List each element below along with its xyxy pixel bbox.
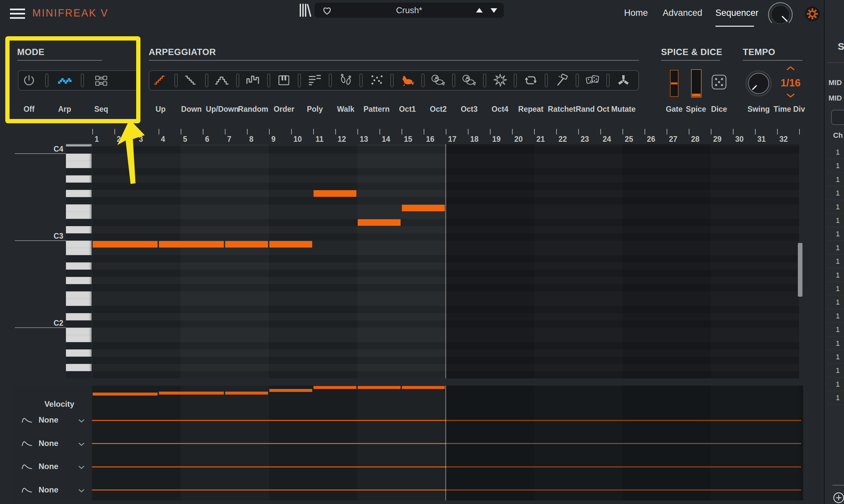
mode-button-arp[interactable] — [57, 73, 72, 88]
channel-row-value[interactable]: 1 — [836, 380, 840, 389]
mode-button-off[interactable] — [22, 73, 36, 88]
previous-preset-button[interactable] — [476, 8, 483, 13]
arp-button-repeat[interactable] — [523, 73, 538, 88]
piano-key-G#2[interactable] — [66, 270, 92, 277]
arp-button-oct1[interactable] — [400, 73, 415, 88]
piano-roll-scrollbar[interactable] — [798, 243, 803, 297]
piano-key-C3[interactable] — [66, 241, 92, 248]
note-D#3-step13[interactable] — [358, 219, 400, 226]
piano-key-E2[interactable] — [66, 299, 92, 306]
piano-key-G2[interactable] — [66, 277, 92, 284]
arp-button-pattern[interactable] — [369, 73, 384, 88]
mod-lane-select[interactable]: None — [39, 439, 58, 448]
channel-row-value[interactable]: 1 — [836, 285, 840, 293]
piano-key-B2[interactable] — [66, 248, 92, 255]
velocity-bar-step7[interactable] — [225, 392, 268, 395]
piano-key-A#1[interactable] — [66, 342, 92, 349]
note-C3-step1[interactable] — [93, 241, 158, 248]
velocity-bar-step13[interactable] — [358, 386, 400, 389]
arp-button-down[interactable] — [184, 73, 199, 88]
piano-key-F2[interactable] — [66, 291, 92, 299]
piano-key-G#1[interactable] — [66, 357, 92, 364]
tab-home[interactable]: Home — [624, 8, 648, 18]
preset-name[interactable]: Crush* — [315, 3, 504, 18]
arp-button-oct2[interactable] — [431, 73, 445, 88]
piano-key-C#2[interactable] — [66, 320, 92, 328]
spice-slider[interactable] — [691, 69, 702, 97]
arp-button-up-down[interactable] — [215, 73, 230, 88]
channel-row-value[interactable]: 1 — [836, 216, 840, 225]
arp-button-oct4[interactable] — [493, 73, 507, 88]
piano-key-D3[interactable] — [66, 226, 92, 233]
arp-button-order[interactable] — [276, 73, 291, 88]
time-div-value[interactable]: 1/16 — [777, 77, 804, 89]
piano-key-F3[interactable] — [66, 204, 92, 212]
channel-row-value[interactable]: 1 — [836, 244, 840, 252]
swing-knob[interactable] — [744, 69, 773, 100]
channel-row-value[interactable]: 1 — [836, 271, 840, 280]
channel-row-value[interactable]: 1 — [836, 230, 840, 238]
piano-key-C4[interactable] — [66, 154, 92, 161]
channel-row-value[interactable]: 1 — [836, 189, 840, 197]
channel-row-value[interactable]: 1 — [836, 162, 840, 170]
chevron-down-icon[interactable] — [78, 442, 85, 448]
piano-key-B1[interactable] — [66, 335, 92, 342]
mod-lane-select[interactable]: None — [39, 462, 58, 471]
piano-key-E3[interactable] — [66, 212, 92, 219]
velocity-bar-step15[interactable] — [402, 386, 445, 389]
arp-button-up[interactable] — [153, 73, 168, 88]
channel-row-value[interactable]: 1 — [836, 366, 840, 375]
channel-row-value[interactable]: 1 — [836, 203, 840, 211]
piano-key-G#3[interactable] — [66, 183, 92, 190]
note-G3-step11[interactable] — [313, 190, 356, 197]
piano-key-A#3[interactable] — [66, 168, 92, 175]
tab-advanced[interactable]: Advanced — [663, 8, 702, 18]
piano-key-D#2[interactable] — [66, 306, 92, 313]
arp-button-rand-oct[interactable] — [585, 73, 600, 88]
channel-row-value[interactable]: 1 — [836, 298, 840, 307]
chevron-down-icon[interactable] — [78, 465, 85, 471]
piano-key-C#3[interactable] — [66, 233, 92, 241]
piano-key-B3[interactable] — [66, 161, 92, 168]
channel-row-value[interactable]: 1 — [836, 394, 840, 402]
piano-key-A2[interactable] — [66, 263, 92, 270]
arp-button-walk[interactable] — [339, 73, 353, 88]
piano-key-C#4[interactable] — [66, 146, 92, 154]
piano-key-F#3[interactable] — [66, 197, 92, 204]
mod-lane-select[interactable]: None — [39, 415, 58, 425]
arp-button-ratchet[interactable] — [555, 73, 569, 88]
piano-key-D2[interactable] — [66, 313, 92, 320]
next-preset-button[interactable] — [490, 8, 497, 13]
settings-gear-icon[interactable] — [805, 6, 820, 23]
master-volume-knob[interactable] — [767, 1, 794, 30]
channel-row-value[interactable]: 1 — [836, 148, 840, 157]
channel-row-value[interactable]: 1 — [836, 353, 840, 361]
velocity-bar-step4[interactable] — [159, 392, 224, 395]
arp-button-oct3[interactable] — [462, 73, 477, 88]
chevron-down-icon[interactable] — [78, 488, 85, 494]
piano-key-G1[interactable] — [66, 364, 92, 371]
mode-button-seq[interactable] — [94, 73, 108, 88]
channel-row-value[interactable]: 1 — [836, 312, 840, 320]
dice-button[interactable] — [712, 74, 726, 91]
piano-key-A#2[interactable] — [66, 255, 92, 263]
chevron-down-icon[interactable] — [78, 418, 85, 424]
preset-browser-bar[interactable]: Crush* — [315, 3, 504, 18]
gate-slider-handle[interactable] — [671, 83, 678, 84]
channel-row-value[interactable]: 1 — [836, 325, 840, 334]
channel-row-value[interactable]: 1 — [836, 257, 840, 266]
gate-slider[interactable] — [670, 70, 679, 97]
arp-button-poly[interactable] — [308, 73, 322, 88]
piano-key-F#1[interactable] — [66, 371, 92, 378]
note-C3-step4[interactable] — [159, 241, 224, 248]
mod-lane-select[interactable]: None — [39, 485, 58, 494]
channel-row-value[interactable]: 1 — [836, 175, 840, 184]
arp-button-mutate[interactable] — [616, 73, 631, 88]
piano-key-A1[interactable] — [66, 349, 92, 357]
piano-key-D#3[interactable] — [66, 219, 92, 226]
velocity-bar-step9[interactable] — [269, 389, 312, 392]
time-div-increment-chevron[interactable] — [786, 66, 795, 72]
velocity-bar-step11[interactable] — [313, 386, 356, 389]
channel-row-value[interactable]: 1 — [836, 339, 840, 348]
library-icon[interactable] — [299, 3, 311, 18]
